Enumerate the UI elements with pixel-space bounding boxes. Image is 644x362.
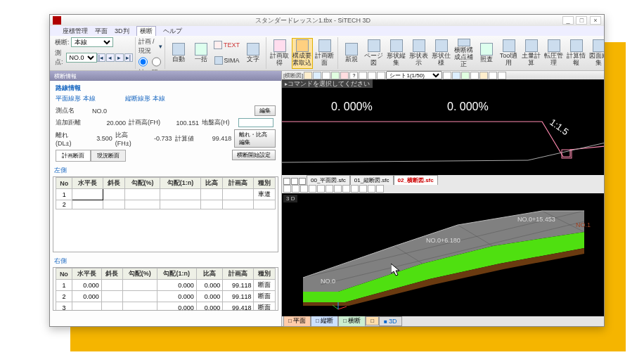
tb-icon[interactable] (498, 72, 506, 79)
tb3d-icon[interactable] (300, 185, 308, 193)
tb-icon[interactable] (479, 72, 488, 79)
tb-icon[interactable]: ? (349, 72, 358, 79)
mode-current-radio[interactable] (152, 57, 161, 67)
panel-tab-cross[interactable]: 横断情報 (50, 71, 281, 81)
volume-icon (525, 39, 538, 52)
tb3d-icon[interactable] (326, 185, 333, 193)
doc-tab-profile[interactable]: 01_縦断図.sfc (350, 175, 394, 185)
tb3d-icon[interactable] (376, 185, 384, 193)
rbtn-section[interactable]: 計画断面 (314, 38, 335, 69)
table-row[interactable]: 10.0000.0000.00099.118断面 (56, 280, 276, 291)
tb-icon[interactable] (322, 72, 330, 79)
maximize-button[interactable]: □ (576, 16, 587, 25)
rbtn-shapeedit[interactable]: 形状縦集 (386, 38, 407, 69)
tb-icon[interactable] (489, 72, 497, 79)
table-row[interactable]: 2 (56, 200, 276, 209)
tb3d-icon[interactable] (309, 185, 316, 193)
edit-cell[interactable] (72, 189, 103, 200)
edit-button[interactable]: 編集 (255, 105, 276, 116)
rbtn-correct[interactable]: 横断構成点補正 (453, 38, 475, 69)
doc-tab-plan[interactable]: 00_平面図.sfc (307, 175, 350, 185)
nav-last-icon[interactable]: ▸| (124, 53, 133, 62)
tb-icon[interactable] (461, 72, 470, 79)
cross-start-button[interactable]: 横断開始設定 (232, 150, 276, 160)
doc-tab-nav-icon[interactable] (283, 178, 290, 185)
rbtn-volume[interactable]: 土量計算 (521, 38, 542, 69)
tb3d-icon[interactable] (359, 185, 367, 193)
table-row[interactable]: 30.0000.00099.418断面 (56, 302, 276, 311)
doc-tab-cross[interactable]: 02_横断図.sfc (394, 175, 438, 185)
rbtn-sima[interactable]: SIMA (213, 53, 241, 69)
rbtn-elements[interactable]: 構成要素取込 (292, 38, 313, 69)
menu-3d[interactable]: 3D判 (115, 27, 129, 36)
tb-icon[interactable] (368, 72, 376, 79)
nav-next-icon[interactable]: ▸ (115, 53, 124, 62)
bottom-tab-3d[interactable]: ■ 3D (379, 316, 402, 326)
rbtn-tool[interactable]: Tool適用 (498, 38, 520, 69)
tb3d-icon[interactable] (334, 185, 342, 193)
cross-section-view[interactable]: ▸コマンドを選択してください 0. 000% 0. 000% 1:1.5 (282, 79, 604, 175)
rbtn-batch[interactable]: 一括 (191, 38, 212, 69)
doc-tab-nav-icon[interactable] (299, 178, 306, 185)
menu-help[interactable]: ヘルプ (163, 27, 182, 36)
tb3d-icon[interactable] (317, 185, 325, 193)
menu-coords[interactable]: 座標管理 (63, 27, 88, 36)
sheet-select[interactable]: シート1(1/50) (386, 71, 442, 79)
rbtn-check[interactable]: 照査 (476, 38, 497, 69)
doc-tab-nav-icon[interactable] (291, 178, 298, 185)
tb-icon[interactable] (331, 72, 340, 79)
table-row[interactable]: 20.0000.0000.00099.118断面 (56, 291, 276, 302)
tb-icon[interactable] (340, 72, 349, 79)
tb3d-icon[interactable] (283, 185, 291, 193)
menu-plan[interactable]: 平面 (95, 27, 108, 36)
profile-align-label: 縦断線形 本線 (125, 94, 165, 103)
menu-cross[interactable]: 横断 (136, 26, 156, 37)
view-3d[interactable]: 3 D NO.0+15.453 (282, 193, 604, 316)
tab-plan-section[interactable]: 計画断面 (56, 150, 91, 161)
mode-plan-radio[interactable] (139, 57, 148, 67)
rbtn-auto[interactable]: 自動 (168, 38, 189, 69)
col-bh: 比高 (200, 178, 222, 189)
rbtn-drawedit[interactable]: 図面編集 (588, 38, 604, 69)
svg-marker-12 (391, 264, 399, 276)
sep-edit-button[interactable]: 離れ・比高編集 (234, 129, 276, 148)
bottom-tab-cross[interactable]: □ 横断 (338, 315, 366, 327)
bottom-tab-other[interactable]: □ (366, 316, 379, 325)
right-table: No水平長斜長勾配(%)勾配(1:n)比高計画高種別 10.0000.0000.… (56, 268, 276, 311)
tab-current-section[interactable]: 現況断面 (91, 150, 126, 161)
line-select[interactable]: 本線 (71, 37, 113, 47)
tb-icon[interactable] (304, 72, 312, 79)
rbtn-moji[interactable]: 文字 (243, 38, 264, 69)
bottom-tab-plan[interactable]: □ 平面 (283, 315, 311, 327)
nav-prev-icon[interactable]: ◂ (106, 53, 115, 62)
calcinfo-icon (570, 39, 583, 52)
point-select[interactable]: NO.0 (66, 53, 97, 63)
close-button[interactable]: × (590, 16, 601, 25)
tb-icon[interactable] (377, 72, 385, 79)
tb3d-icon[interactable] (292, 185, 300, 193)
minimize-button[interactable]: _ (562, 16, 574, 25)
tb-icon[interactable] (313, 72, 321, 79)
bottom-tab-profile[interactable]: □ 縦断 (311, 315, 338, 327)
tb-icon[interactable] (359, 72, 367, 79)
rbtn-text[interactable]: TEXT (213, 38, 241, 53)
rbtn-shapespec[interactable]: 形状仕様 (431, 38, 452, 69)
tb-icon[interactable] (452, 72, 461, 79)
rbtn-compact[interactable]: 転圧管理 (543, 38, 565, 69)
ribbon-group-nav: 横断: 本線 測点: NO.0 |◂ ◂ ▸ ▸| (53, 37, 136, 69)
mode-dd-icon[interactable]: ▾ (159, 43, 162, 50)
rbtn-planget[interactable]: 計画取得 (269, 38, 290, 69)
right-table-wrap: No水平長斜長勾配(%)勾配(1:n)比高計画高種別 10.0000.0000.… (53, 267, 278, 311)
tb3d-icon[interactable] (342, 185, 350, 193)
table-row[interactable]: 1車道 (56, 189, 276, 200)
tb-icon[interactable] (443, 72, 451, 79)
ground-h-input[interactable] (238, 118, 273, 127)
tb-icon[interactable] (470, 72, 479, 79)
rbtn-page[interactable]: ページ図 (363, 38, 385, 69)
nav-first-icon[interactable]: |◂ (97, 53, 105, 62)
tb3d-icon[interactable] (351, 185, 359, 193)
rbtn-new[interactable]: 新規 (341, 38, 362, 69)
rbtn-shapedisp[interactable]: 形状表示 (408, 38, 430, 69)
rbtn-calcinfo[interactable]: 計算情報 (566, 38, 587, 69)
tb3d-icon[interactable] (368, 185, 375, 193)
